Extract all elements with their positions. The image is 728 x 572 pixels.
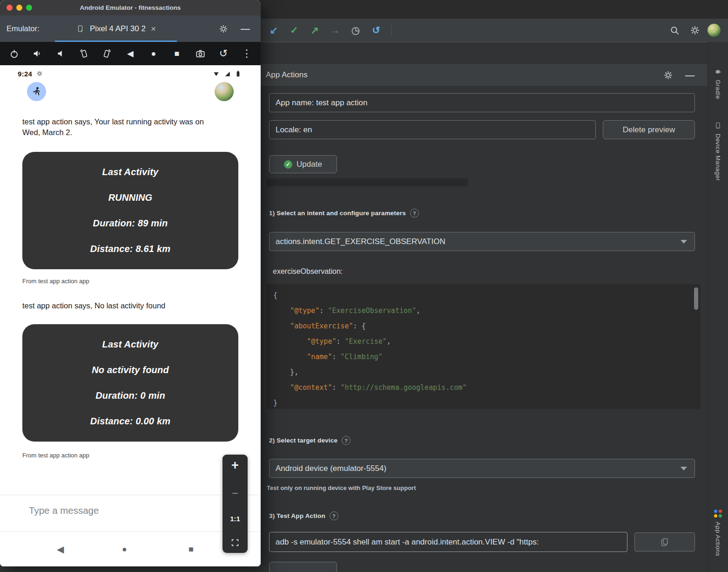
json-editor-content: { "@type": "ExerciseObservation", "about… [273, 288, 701, 411]
emulator-window: Android Emulator - fitnessactions Emulat… [0, 0, 261, 566]
camera-button[interactable] [192, 42, 209, 65]
intent-dropdown[interactable]: actions.intent.GET_EXERCISE_OBSERVATION [269, 232, 695, 251]
help-icon[interactable]: ? [342, 436, 351, 445]
user-profile-avatar[interactable] [708, 24, 721, 37]
code-line: "name": "Climbing" [273, 349, 701, 365]
cutoff-button[interactable] [269, 562, 337, 572]
tab-close-icon[interactable]: × [151, 24, 156, 34]
section-test-app-action-label: 3) Test App Action [269, 512, 325, 519]
app-name-field[interactable]: App name: test app action [269, 93, 695, 112]
status-time: 9:24 [18, 70, 32, 78]
tool-label-device-manager: Device Manager [715, 134, 721, 181]
device-manager-icon [714, 122, 722, 129]
tool-button-gradle[interactable]: Gradle [714, 68, 722, 99]
chevron-down-icon [681, 240, 687, 244]
android-navbar: ◀ ● ■ [0, 532, 261, 566]
emulator-toolbar: Emulator: Pixel 4 API 30 2 × — [0, 15, 261, 42]
undo-icon[interactable]: ↺ [368, 22, 384, 38]
volume-down-button[interactable] [52, 42, 69, 65]
nav-overview-button[interactable]: ■ [189, 532, 194, 566]
help-icon[interactable]: ? [330, 511, 338, 520]
phone-screen: 9:24 test app action says, Your last run… [0, 65, 261, 566]
copy-icon [660, 538, 669, 547]
status-bar: 9:24 [0, 67, 261, 80]
card-distance: Distance: 8.61 km [90, 244, 170, 254]
update-button[interactable]: ✓ Update [269, 155, 337, 173]
help-icon[interactable]: ? [410, 209, 419, 218]
check-icon[interactable]: ✓ [286, 22, 302, 38]
search-icon[interactable] [667, 22, 682, 38]
emulator-device-tab[interactable]: Pixel 4 API 30 2 × [55, 15, 177, 42]
arrow-down-left-icon[interactable]: ↙ [266, 22, 282, 38]
activity-card: Last Activity No activity found Duration… [22, 324, 238, 442]
from-label: From test app action app [22, 278, 89, 285]
zoom-ratio-button[interactable]: 1:1 [230, 515, 240, 523]
copy-command-button[interactable] [634, 532, 695, 552]
tab-active-underline [55, 41, 177, 42]
zoom-out-button[interactable]: − [232, 488, 238, 499]
adb-command-field[interactable]: adb -s emulator-5554 shell am start -a a… [269, 532, 627, 552]
app-actions-panel-header: App Actions — [258, 64, 708, 87]
chat-message: test app action says, No last activity f… [22, 300, 223, 311]
device-dropdown-value: Android device (emulator-5554) [276, 464, 386, 473]
emulator-gear-icon[interactable] [219, 15, 228, 42]
update-button-label: Update [297, 160, 322, 169]
tool-button-device-manager[interactable]: Device Manager [714, 122, 722, 181]
app-actions-icon [714, 510, 722, 518]
arrow-up-right-icon[interactable]: ↗ [307, 22, 323, 38]
from-label: From test app action app [22, 452, 89, 459]
rotate-left-button[interactable] [75, 42, 92, 65]
panel-gear-icon[interactable] [663, 70, 673, 80]
zoom-fit-button[interactable] [231, 538, 239, 547]
device-dropdown[interactable]: Android device (emulator-5554) [269, 459, 695, 478]
chat-message: test app action says, Your last running … [22, 116, 223, 138]
intent-dropdown-value: actions.intent.GET_EXERCISE_OBSERVATION [276, 237, 445, 246]
zoom-panel: + − 1:1 [222, 455, 248, 553]
tool-button-app-actions[interactable]: App Actions [714, 510, 722, 556]
code-line: "aboutExercise": { [273, 319, 701, 334]
card-status: No activity found [92, 365, 169, 375]
clock-icon[interactable]: ◷ [348, 22, 364, 38]
card-status: RUNNING [108, 192, 153, 203]
status-gear-icon [36, 70, 43, 77]
toolbar-separator [391, 25, 392, 36]
settings-gear-icon[interactable] [687, 22, 703, 38]
more-button[interactable]: ⋮ [238, 42, 255, 65]
back-button[interactable]: ◀ [122, 42, 139, 65]
nav-home-button[interactable]: ● [122, 532, 127, 566]
panel-minimize-icon[interactable]: — [685, 70, 694, 81]
code-line: }, [273, 365, 701, 380]
phone-icon [76, 24, 85, 33]
snapshot-button[interactable]: ↺ [215, 42, 232, 65]
code-line: { [273, 288, 701, 303]
code-line: "@context": "http://schema.googleapis.co… [273, 380, 701, 395]
volume-up-button[interactable] [29, 42, 46, 65]
emulator-controls-bar: ◀ ● ■ ↺ ⋮ [0, 42, 261, 65]
section-target-device-label: 2) Select target device [269, 437, 337, 444]
card-title: Last Activity [102, 167, 159, 177]
message-input[interactable]: Type a message [29, 505, 99, 516]
code-line: "@type": "Exercise", [273, 334, 701, 349]
assistant-avatar [27, 82, 46, 101]
nav-back-button[interactable]: ◀ [57, 532, 64, 566]
editor-scrollbar[interactable] [694, 287, 698, 310]
activity-card: Last Activity RUNNING Duration: 89 min D… [22, 152, 238, 269]
arrow-dim-icon[interactable]: → [327, 22, 343, 38]
json-editor[interactable]: { "@type": "ExerciseObservation", "about… [267, 284, 701, 409]
studio-titlebar-strip [258, 0, 728, 19]
power-button[interactable] [6, 42, 22, 65]
home-button[interactable]: ● [145, 42, 162, 65]
running-person-icon [31, 86, 42, 97]
delete-preview-button[interactable]: Delete preview [603, 120, 695, 139]
emulator-titlebar: Android Emulator - fitnessactions [0, 0, 261, 15]
studio-run-toolbar: ↙ ✓ ↗ → ◷ ↺ [258, 19, 728, 42]
zoom-in-button[interactable]: + [231, 459, 239, 472]
card-duration: Duration: 0 min [95, 390, 165, 401]
parameter-label: exerciseObservation: [273, 267, 343, 276]
emulator-minimize-icon[interactable]: — [241, 15, 250, 42]
locale-field[interactable]: Locale: en [269, 120, 596, 139]
tool-label-app-actions: App Actions [715, 522, 721, 556]
rotate-right-button[interactable] [99, 42, 115, 65]
card-title: Last Activity [102, 339, 159, 350]
overview-button[interactable]: ■ [169, 42, 185, 65]
